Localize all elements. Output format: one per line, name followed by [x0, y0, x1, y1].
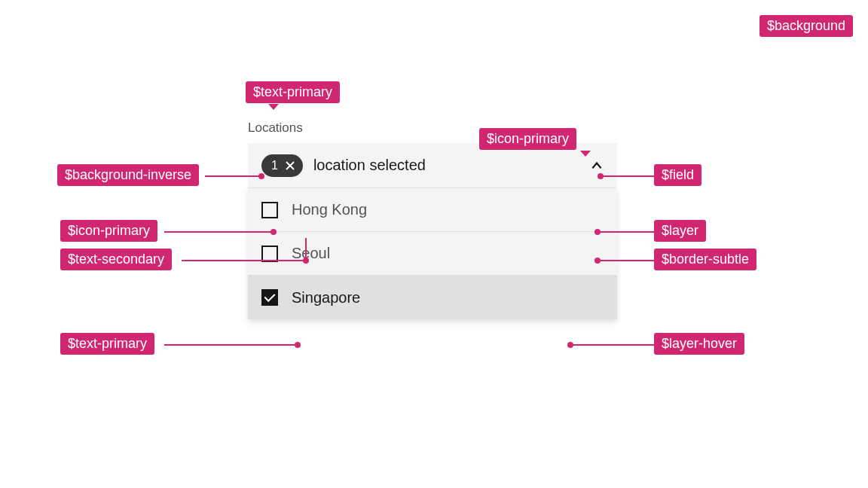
checkbox-unchecked-icon[interactable]	[261, 202, 278, 218]
leader-line	[182, 260, 306, 261]
selection-tag: 1	[261, 154, 303, 177]
leader-line	[570, 344, 654, 346]
option-label: Hong Kong	[292, 201, 367, 218]
leader-dot	[594, 258, 601, 264]
leader-line	[601, 175, 654, 177]
leader-dot	[258, 173, 264, 179]
chevron-up-icon	[590, 159, 604, 172]
annotation-border-subtle: $border-subtle	[654, 249, 756, 270]
annotation-icon-primary-chevron: $icon-primary	[479, 128, 576, 150]
option-label: Singapore	[292, 289, 360, 307]
close-icon	[284, 160, 296, 172]
annotation-field: $field	[654, 164, 701, 186]
annotation-layer-hover: $layer-hover	[654, 333, 744, 355]
annotation-text-primary-label: $text-primary	[246, 81, 340, 103]
leader-line	[598, 260, 654, 261]
annotation-text-primary-selected: $text-primary	[60, 333, 154, 355]
leader-dot	[270, 229, 277, 235]
multiselect-menu: Hong Kong Seoul Singapore	[248, 188, 617, 319]
multiselect-option[interactable]: Singapore	[248, 276, 617, 319]
leader-dot	[295, 342, 301, 348]
clear-selection-button[interactable]	[284, 160, 296, 172]
multiselect-option[interactable]: Hong Kong	[248, 188, 617, 232]
annotation-layer: $layer	[654, 220, 706, 242]
leader-line	[598, 231, 654, 233]
multiselect-placeholder: location selected	[313, 157, 590, 174]
annotation-tail	[580, 151, 591, 157]
multiselect-field[interactable]: 1 location selected	[248, 143, 617, 188]
annotation-background-inverse: $background-inverse	[57, 164, 199, 186]
annotation-text-secondary: $text-secondary	[60, 249, 172, 270]
leader-dot	[594, 229, 601, 235]
checkbox-checked-icon[interactable]	[261, 289, 278, 306]
multiselect-option[interactable]: Seoul	[248, 232, 617, 276]
leader-line	[164, 344, 298, 346]
multiselect-toggle[interactable]	[590, 159, 604, 172]
leader-line	[164, 231, 274, 233]
selection-count: 1	[271, 159, 278, 172]
annotation-tail	[268, 104, 279, 110]
leader-dot	[567, 342, 573, 348]
annotation-icon-primary-checkbox: $icon-primary	[60, 220, 157, 242]
annotation-background: $background	[760, 15, 853, 37]
leader-dot	[303, 258, 309, 264]
leader-line	[205, 175, 261, 177]
multiselect: Locations 1 location selected	[248, 120, 617, 319]
leader-dot	[598, 173, 604, 179]
